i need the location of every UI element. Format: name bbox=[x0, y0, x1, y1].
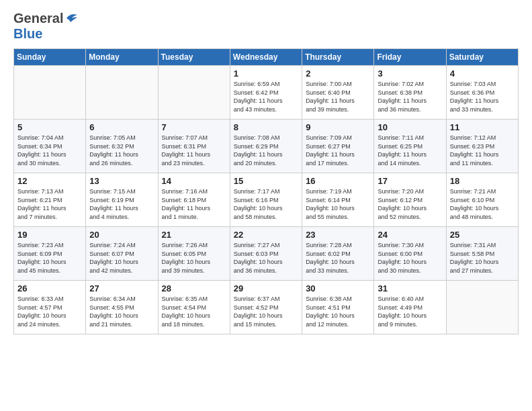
day-info: Sunrise: 7:00 AM Sunset: 6:40 PM Dayligh… bbox=[306, 80, 370, 113]
day-number: 10 bbox=[378, 122, 442, 132]
day-number: 20 bbox=[89, 230, 154, 240]
calendar-cell: 30Sunrise: 6:38 AM Sunset: 4:51 PM Dayli… bbox=[302, 281, 374, 334]
day-info: Sunrise: 7:11 AM Sunset: 6:25 PM Dayligh… bbox=[378, 134, 442, 167]
calendar-cell: 28Sunrise: 6:35 AM Sunset: 4:54 PM Dayli… bbox=[158, 281, 230, 334]
week-row-1: 1Sunrise: 6:59 AM Sunset: 6:42 PM Daylig… bbox=[14, 66, 519, 120]
weekday-sunday: Sunday bbox=[14, 49, 86, 66]
day-info: Sunrise: 7:08 AM Sunset: 6:29 PM Dayligh… bbox=[234, 134, 298, 167]
day-number: 26 bbox=[17, 283, 82, 293]
day-number: 28 bbox=[162, 283, 226, 293]
day-info: Sunrise: 7:31 AM Sunset: 5:58 PM Dayligh… bbox=[450, 241, 515, 275]
day-number: 5 bbox=[17, 122, 82, 132]
calendar-cell: 20Sunrise: 7:24 AM Sunset: 6:07 PM Dayli… bbox=[86, 227, 158, 281]
weekday-header-row: SundayMondayTuesdayWednesdayThursdayFrid… bbox=[14, 49, 519, 66]
day-info: Sunrise: 7:21 AM Sunset: 6:10 PM Dayligh… bbox=[450, 187, 515, 221]
day-number: 31 bbox=[378, 283, 442, 293]
calendar-cell: 21Sunrise: 7:26 AM Sunset: 6:05 PM Dayli… bbox=[158, 227, 230, 281]
calendar-cell: 16Sunrise: 7:19 AM Sunset: 6:14 PM Dayli… bbox=[302, 173, 374, 227]
day-number: 25 bbox=[450, 230, 515, 240]
day-info: Sunrise: 7:28 AM Sunset: 6:02 PM Dayligh… bbox=[306, 241, 370, 275]
logo: General Blue bbox=[13, 11, 79, 42]
calendar-table: SundayMondayTuesdayWednesdayThursdayFrid… bbox=[13, 48, 519, 334]
day-number: 23 bbox=[306, 230, 370, 240]
calendar-cell bbox=[14, 66, 86, 120]
day-number: 11 bbox=[450, 122, 515, 132]
day-info: Sunrise: 7:07 AM Sunset: 6:31 PM Dayligh… bbox=[162, 134, 226, 167]
calendar-cell: 15Sunrise: 7:17 AM Sunset: 6:16 PM Dayli… bbox=[230, 173, 302, 227]
day-number: 30 bbox=[306, 283, 370, 293]
calendar-cell: 23Sunrise: 7:28 AM Sunset: 6:02 PM Dayli… bbox=[302, 227, 374, 281]
calendar-cell bbox=[158, 66, 230, 120]
day-number: 4 bbox=[450, 68, 515, 79]
day-info: Sunrise: 7:13 AM Sunset: 6:21 PM Dayligh… bbox=[17, 187, 82, 221]
calendar-cell bbox=[446, 281, 518, 334]
day-info: Sunrise: 7:23 AM Sunset: 6:09 PM Dayligh… bbox=[17, 241, 82, 275]
calendar-cell: 14Sunrise: 7:16 AM Sunset: 6:18 PM Dayli… bbox=[158, 173, 230, 227]
day-number: 18 bbox=[450, 176, 515, 186]
weekday-monday: Monday bbox=[86, 49, 158, 66]
day-info: Sunrise: 7:16 AM Sunset: 6:18 PM Dayligh… bbox=[162, 187, 226, 221]
day-number: 24 bbox=[378, 230, 442, 240]
calendar-cell: 6Sunrise: 7:05 AM Sunset: 6:32 PM Daylig… bbox=[86, 120, 158, 173]
day-info: Sunrise: 6:33 AM Sunset: 4:57 PM Dayligh… bbox=[17, 295, 82, 328]
day-info: Sunrise: 7:12 AM Sunset: 6:23 PM Dayligh… bbox=[450, 134, 515, 167]
day-number: 22 bbox=[234, 230, 298, 240]
day-number: 1 bbox=[234, 68, 298, 79]
day-number: 21 bbox=[162, 230, 226, 240]
day-info: Sunrise: 7:02 AM Sunset: 6:38 PM Dayligh… bbox=[378, 80, 442, 113]
day-info: Sunrise: 7:19 AM Sunset: 6:14 PM Dayligh… bbox=[306, 187, 370, 221]
calendar-cell bbox=[86, 66, 158, 120]
day-info: Sunrise: 7:27 AM Sunset: 6:03 PM Dayligh… bbox=[234, 241, 298, 275]
day-info: Sunrise: 7:09 AM Sunset: 6:27 PM Dayligh… bbox=[306, 134, 370, 167]
weekday-saturday: Saturday bbox=[446, 49, 518, 66]
header: General Blue bbox=[13, 11, 519, 42]
calendar-cell: 7Sunrise: 7:07 AM Sunset: 6:31 PM Daylig… bbox=[158, 120, 230, 173]
calendar-cell: 25Sunrise: 7:31 AM Sunset: 5:58 PM Dayli… bbox=[446, 227, 518, 281]
calendar-cell: 13Sunrise: 7:15 AM Sunset: 6:19 PM Dayli… bbox=[86, 173, 158, 227]
calendar-cell: 1Sunrise: 6:59 AM Sunset: 6:42 PM Daylig… bbox=[230, 66, 302, 120]
weekday-thursday: Thursday bbox=[302, 49, 374, 66]
calendar-cell: 31Sunrise: 6:40 AM Sunset: 4:49 PM Dayli… bbox=[374, 281, 446, 334]
calendar-cell: 8Sunrise: 7:08 AM Sunset: 6:29 PM Daylig… bbox=[230, 120, 302, 173]
calendar-cell: 11Sunrise: 7:12 AM Sunset: 6:23 PM Dayli… bbox=[446, 120, 518, 173]
week-row-3: 12Sunrise: 7:13 AM Sunset: 6:21 PM Dayli… bbox=[14, 173, 519, 227]
day-info: Sunrise: 6:38 AM Sunset: 4:51 PM Dayligh… bbox=[306, 295, 370, 328]
day-info: Sunrise: 7:05 AM Sunset: 6:32 PM Dayligh… bbox=[89, 134, 154, 167]
calendar-cell: 26Sunrise: 6:33 AM Sunset: 4:57 PM Dayli… bbox=[14, 281, 86, 334]
calendar-cell: 17Sunrise: 7:20 AM Sunset: 6:12 PM Dayli… bbox=[374, 173, 446, 227]
calendar-cell: 3Sunrise: 7:02 AM Sunset: 6:38 PM Daylig… bbox=[374, 66, 446, 120]
day-info: Sunrise: 7:04 AM Sunset: 6:34 PM Dayligh… bbox=[17, 134, 82, 167]
day-number: 9 bbox=[306, 122, 370, 132]
day-number: 15 bbox=[234, 176, 298, 186]
day-number: 16 bbox=[306, 176, 370, 186]
logo-general: General bbox=[13, 11, 63, 26]
week-row-4: 19Sunrise: 7:23 AM Sunset: 6:09 PM Dayli… bbox=[14, 227, 519, 281]
day-number: 2 bbox=[306, 68, 370, 79]
calendar-cell: 18Sunrise: 7:21 AM Sunset: 6:10 PM Dayli… bbox=[446, 173, 518, 227]
calendar-cell: 4Sunrise: 7:03 AM Sunset: 6:36 PM Daylig… bbox=[446, 66, 518, 120]
calendar-cell: 9Sunrise: 7:09 AM Sunset: 6:27 PM Daylig… bbox=[302, 120, 374, 173]
logo-bird-icon bbox=[65, 13, 79, 24]
day-number: 6 bbox=[89, 122, 154, 132]
day-info: Sunrise: 7:15 AM Sunset: 6:19 PM Dayligh… bbox=[89, 187, 154, 221]
calendar-cell: 5Sunrise: 7:04 AM Sunset: 6:34 PM Daylig… bbox=[14, 120, 86, 173]
day-number: 13 bbox=[89, 176, 154, 186]
calendar-cell: 12Sunrise: 7:13 AM Sunset: 6:21 PM Dayli… bbox=[14, 173, 86, 227]
calendar-cell: 29Sunrise: 6:37 AM Sunset: 4:52 PM Dayli… bbox=[230, 281, 302, 334]
day-info: Sunrise: 7:30 AM Sunset: 6:00 PM Dayligh… bbox=[378, 241, 442, 275]
week-row-2: 5Sunrise: 7:04 AM Sunset: 6:34 PM Daylig… bbox=[14, 120, 519, 173]
calendar-cell: 27Sunrise: 6:34 AM Sunset: 4:55 PM Dayli… bbox=[86, 281, 158, 334]
day-number: 14 bbox=[162, 176, 226, 186]
day-number: 3 bbox=[378, 68, 442, 79]
day-info: Sunrise: 7:20 AM Sunset: 6:12 PM Dayligh… bbox=[378, 187, 442, 221]
week-row-5: 26Sunrise: 6:33 AM Sunset: 4:57 PM Dayli… bbox=[14, 281, 519, 334]
day-info: Sunrise: 6:37 AM Sunset: 4:52 PM Dayligh… bbox=[234, 295, 298, 328]
day-info: Sunrise: 6:40 AM Sunset: 4:49 PM Dayligh… bbox=[378, 295, 442, 328]
weekday-friday: Friday bbox=[374, 49, 446, 66]
day-info: Sunrise: 6:35 AM Sunset: 4:54 PM Dayligh… bbox=[162, 295, 226, 328]
page: General Blue SundayMondayTuesdayWednesda… bbox=[0, 0, 532, 411]
day-info: Sunrise: 6:34 AM Sunset: 4:55 PM Dayligh… bbox=[89, 295, 154, 328]
day-number: 12 bbox=[17, 176, 82, 186]
weekday-wednesday: Wednesday bbox=[230, 49, 302, 66]
day-number: 8 bbox=[234, 122, 298, 132]
